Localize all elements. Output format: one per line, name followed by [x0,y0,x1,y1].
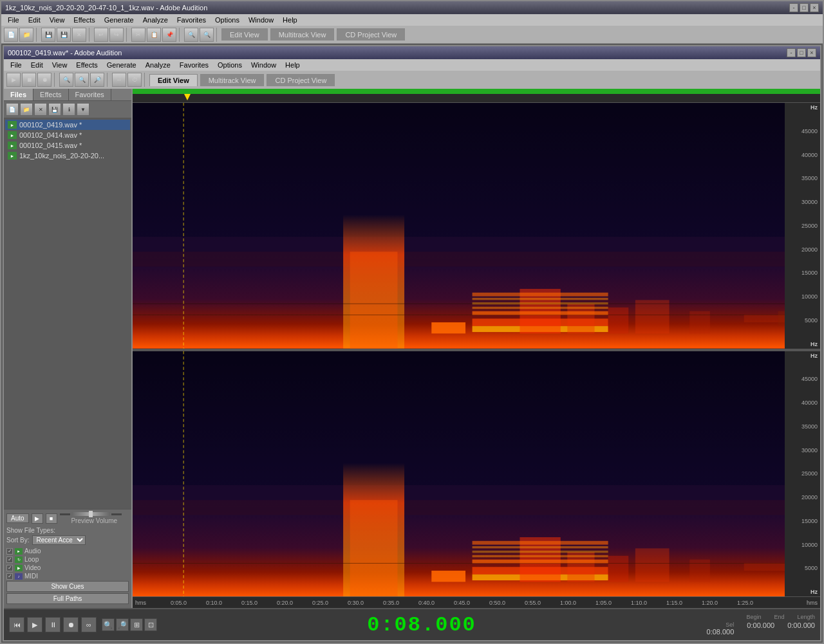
loop-checkbox[interactable]: ✓ [6,557,13,563]
outer-minimize-btn[interactable]: - [789,3,798,12]
tb-paste[interactable]: 📌 [162,28,176,42]
svg-rect-0 [133,103,785,349]
list-item[interactable]: ► 000102_0414.wav * [5,130,130,140]
panel-btn-menu[interactable]: ▼ [77,103,89,116]
zoom-in-btn[interactable]: 🔍 [102,618,115,631]
zoom-fit-btn[interactable]: ⊞ [130,618,143,631]
svg-rect-11 [520,289,560,333]
inner-tb-zoom1[interactable]: 🔍 [59,73,73,87]
panel-btn-new[interactable]: 📄 [6,103,19,116]
inner-tb-select[interactable]: ↔ [112,73,126,87]
tb-cut[interactable]: ✂ [131,28,145,42]
inner-menu-options[interactable]: Options [214,60,246,69]
outer-tab-edit[interactable]: Edit View [221,28,268,41]
list-item[interactable]: ► 000102_0419.wav * [5,120,130,130]
tb-new[interactable]: 📄 [4,28,18,42]
zoom-sel-btn[interactable]: ⊡ [144,618,157,631]
tb-redo[interactable]: ↪ [109,28,124,42]
inner-menu-edit[interactable]: Edit [27,60,47,69]
outer-maximize-btn[interactable]: □ [800,3,809,12]
menu-favorites[interactable]: Favorites [173,15,210,24]
outer-title: 1kz_10kz_nois_20-20-20_20-47-10_1_1kz.wa… [5,4,207,12]
video-label: Video [24,564,41,571]
tb-open[interactable]: 📁 [19,28,33,42]
zoom-out-btn[interactable]: 🔎 [116,618,129,631]
menu-file[interactable]: File [4,15,23,24]
inner-tb-1[interactable]: ▶ [6,73,21,87]
full-paths-button[interactable]: Full Paths [6,593,129,604]
menu-generate[interactable]: Generate [100,15,138,24]
inner-maximize-btn[interactable]: □ [797,48,806,57]
video-checkbox[interactable]: ✓ [6,565,13,571]
inner-tab-multitrack[interactable]: Multitrack View [200,74,265,86]
list-item[interactable]: ► 1kz_10kz_nois_20-20-20... [5,151,130,161]
end-value: 0:00.000 [747,621,774,629]
timeline-bar[interactable] [133,89,820,94]
transport-loop[interactable]: ∞ [81,617,97,632]
inner-tb-3[interactable]: ⏺ [37,73,52,87]
panel-tab-effects[interactable]: Effects [33,89,68,100]
inner-menu-analyze[interactable]: Analyze [142,60,174,69]
show-file-types-label: Show File Types: [6,527,129,534]
svg-rect-27 [133,351,785,597]
inner-tb-zoom2[interactable]: 🔍 [75,73,89,87]
inner-menu-generate[interactable]: Generate [103,60,140,69]
outer-tab-multitrack[interactable]: Multitrack View [270,28,335,41]
midi-checkbox[interactable]: ✓ [6,573,13,580]
inner-tb-time[interactable]: ⏱ [127,73,142,87]
menu-analyze[interactable]: Analyze [139,15,172,24]
panel-btn-save[interactable]: 💾 [48,103,61,116]
transport-pause[interactable]: ⏸ [45,617,61,632]
inner-tb-2[interactable]: ⏹ [22,73,36,87]
outer-close-btn[interactable]: × [810,3,819,12]
sort-by-select[interactable]: Recent Acce Name Size [32,535,86,545]
show-cues-button[interactable]: Show Cues [6,581,129,592]
menu-window[interactable]: Window [245,15,277,24]
playhead [184,94,191,100]
inner-menu-view[interactable]: View [48,60,71,69]
menu-view[interactable]: View [46,15,69,24]
inner-tab-edit[interactable]: Edit View [149,74,198,86]
menu-options[interactable]: Options [211,15,243,24]
tb-copy[interactable]: 📋 [147,28,161,42]
list-item[interactable]: ► 000102_0415.wav * [5,140,130,151]
lower-spectral-display[interactable] [133,351,785,597]
panel-tab-files[interactable]: Files [4,89,33,100]
tb-save[interactable]: 💾 [41,28,55,42]
panel-btn-open[interactable]: 📁 [20,103,33,116]
inner-menu-effects[interactable]: Effects [72,60,101,69]
inner-menu-help[interactable]: Help [281,60,304,69]
menu-effects[interactable]: Effects [70,15,98,24]
transport-play[interactable]: ▶ [27,617,42,632]
inner-tb-zoom3[interactable]: 🔎 [90,73,104,87]
tb-close[interactable]: ✕ [72,28,86,42]
stop-btn[interactable]: ■ [46,513,57,524]
play-btn[interactable]: ▶ [32,513,43,524]
panel-tab-favorites[interactable]: Favorites [69,89,111,100]
tb-undo[interactable]: ↩ [94,28,108,42]
outer-tab-cd[interactable]: CD Project View [337,28,405,41]
auto-button[interactable]: Auto [6,513,29,523]
time-marker-16: 1:25.0 [737,600,753,606]
svg-rect-7 [350,252,398,348]
upper-spectral-display[interactable] [133,103,785,349]
tb-saveas[interactable]: 💾 [57,28,71,42]
tb-zoom-out[interactable]: 🔍 [200,28,214,42]
menu-edit[interactable]: Edit [24,15,44,24]
sel-begin-col: Sel 0:08.000 [707,621,735,636]
tb-zoom-in[interactable]: 🔍 [184,28,198,42]
inner-menu-file[interactable]: File [6,60,26,69]
audio-checkbox[interactable]: ✓ [6,548,13,555]
inner-close-btn[interactable]: × [807,48,816,57]
inner-minimize-btn[interactable]: - [787,48,796,57]
panel-btn-info[interactable]: ℹ [62,103,75,116]
panel-btn-close[interactable]: ✕ [34,103,47,116]
inner-menu-window[interactable]: Window [247,60,280,69]
file-name: 000102_0415.wav * [19,142,82,149]
menu-help[interactable]: Help [279,15,301,24]
transport-rewind[interactable]: ⏮ [9,617,24,632]
lower-freq-25000: 25000 [787,470,818,477]
inner-menu-favorites[interactable]: Favorites [176,60,212,69]
transport-record[interactable]: ⏺ [63,617,79,632]
inner-tab-cd[interactable]: CD Project View [267,74,335,86]
